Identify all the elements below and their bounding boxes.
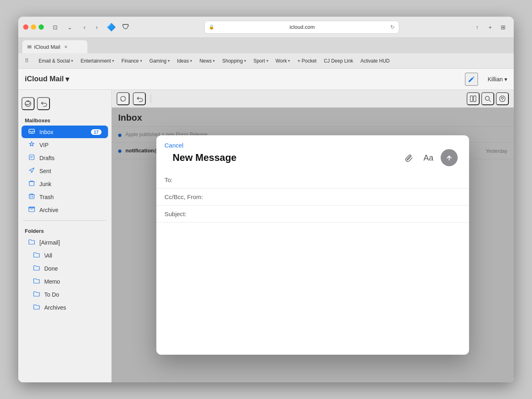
forward-button[interactable]: › bbox=[91, 22, 102, 33]
airmail-label: [Airmail] bbox=[39, 239, 102, 246]
junk-label: Junk bbox=[39, 181, 102, 187]
cc-bcc-field: Cc/Bcc, From: bbox=[156, 189, 469, 206]
sidebar-item-sent[interactable]: Sent bbox=[22, 165, 108, 177]
bookmark-sport[interactable]: Sport ▾ bbox=[250, 56, 272, 65]
all-label: \All bbox=[44, 252, 102, 259]
sidebar-toggle-button[interactable]: ⊡ bbox=[50, 22, 61, 33]
chevron-down-icon: ▾ bbox=[244, 59, 246, 63]
sidebar-item-junk[interactable]: Junk bbox=[22, 178, 108, 190]
bookmark-news[interactable]: News ▾ bbox=[196, 56, 218, 65]
bookmark-pocket[interactable]: + Pocket bbox=[294, 56, 320, 65]
active-tab[interactable]: ✉ iCloud Mail ✕ bbox=[22, 40, 87, 53]
inbox-icon bbox=[28, 128, 35, 136]
sidebar-item-memo[interactable]: Memo bbox=[22, 275, 108, 288]
undo-icon-button[interactable] bbox=[37, 97, 50, 110]
cc-input[interactable] bbox=[206, 193, 461, 200]
sidebar-item-archives[interactable]: Archives bbox=[22, 301, 108, 314]
share-button[interactable]: ↑ bbox=[471, 22, 483, 33]
extension-icon-1[interactable]: 🔷 bbox=[106, 22, 117, 33]
traffic-lights bbox=[23, 24, 44, 30]
to-field: To: bbox=[156, 171, 469, 189]
tab-favicon: ✉ bbox=[27, 44, 32, 50]
bookmark-work[interactable]: Work ▾ bbox=[272, 56, 294, 65]
send-button[interactable] bbox=[441, 149, 458, 166]
fullscreen-button[interactable] bbox=[39, 24, 44, 30]
toolbar-separator bbox=[151, 95, 151, 103]
subject-input[interactable] bbox=[200, 210, 461, 217]
folder-icon bbox=[33, 278, 40, 285]
sidebar-item-inbox[interactable]: Inbox 17 bbox=[22, 126, 108, 138]
minimize-button[interactable] bbox=[31, 24, 36, 30]
layout-button[interactable] bbox=[467, 92, 480, 105]
svg-rect-6 bbox=[470, 96, 473, 102]
reload-button[interactable]: ↻ bbox=[390, 24, 395, 30]
drafts-label: Drafts bbox=[39, 155, 102, 161]
refresh-button[interactable] bbox=[117, 92, 130, 105]
todo-label: To Do bbox=[44, 291, 102, 298]
junk-icon bbox=[28, 180, 35, 188]
filter-button[interactable] bbox=[496, 92, 509, 105]
bookmark-ideas[interactable]: Ideas ▾ bbox=[174, 56, 195, 65]
tab-close-button[interactable]: ✕ bbox=[63, 43, 69, 50]
sidebar-item-todo[interactable]: To Do bbox=[22, 288, 108, 301]
font-button[interactable]: Aa bbox=[421, 150, 436, 165]
search-button[interactable] bbox=[481, 92, 494, 105]
compose-modal: Cancel New Message Aa bbox=[156, 135, 469, 355]
chevron-down-icon: ▾ bbox=[213, 59, 215, 63]
sidebar-item-archive[interactable]: Archive bbox=[22, 204, 108, 216]
cc-bcc-label: Cc/Bcc, From: bbox=[164, 193, 203, 200]
compose-button[interactable] bbox=[465, 73, 478, 86]
sidebar-item-vip[interactable]: VIP bbox=[22, 139, 108, 151]
extension-icon-2[interactable]: 🛡 bbox=[120, 22, 132, 33]
bookmarks-grid-icon: ⠿ bbox=[22, 56, 31, 65]
bookmark-activate-hud[interactable]: Activate HUD bbox=[357, 56, 393, 65]
sidebar: Mailboxes Inbox 17 VIP bbox=[18, 90, 112, 382]
chevron-down-icon: ▾ bbox=[266, 59, 268, 63]
font-label: Aa bbox=[424, 153, 433, 163]
sidebar-item-drafts[interactable]: Drafts bbox=[22, 152, 108, 164]
sidebar-item-airmail[interactable]: [Airmail] bbox=[22, 236, 108, 249]
bookmark-shopping[interactable]: Shopping ▾ bbox=[219, 56, 249, 65]
grid-button[interactable]: ⊞ bbox=[497, 22, 509, 33]
new-tab-button[interactable]: + bbox=[484, 22, 496, 33]
refresh-icon-button[interactable] bbox=[22, 97, 35, 110]
sidebar-item-trash[interactable]: Trash bbox=[22, 191, 108, 203]
bookmark-gaming[interactable]: Gaming ▾ bbox=[146, 56, 173, 65]
modal-overlay: Cancel New Message Aa bbox=[112, 108, 514, 382]
compose-body-textarea[interactable] bbox=[164, 229, 461, 243]
compose-actions: Aa bbox=[402, 149, 461, 166]
user-menu-button[interactable]: Killian ▾ bbox=[488, 76, 507, 82]
archives-label: Archives bbox=[44, 304, 102, 311]
chevron-down-icon: ▾ bbox=[140, 59, 142, 63]
url-text: icloud.com bbox=[217, 24, 388, 30]
archive-icon bbox=[28, 206, 35, 214]
mail-title[interactable]: iCloud Mail ▾ bbox=[25, 75, 69, 84]
close-button[interactable] bbox=[23, 24, 28, 30]
svg-rect-7 bbox=[474, 96, 476, 102]
sidebar-item-done[interactable]: Done bbox=[22, 262, 108, 275]
bookmark-cj-deep-link[interactable]: CJ Deep Link bbox=[320, 56, 356, 65]
attach-button[interactable] bbox=[402, 150, 416, 165]
mailboxes-section-title: Mailboxes bbox=[18, 114, 111, 125]
chevron-down-icon: ▾ bbox=[65, 75, 69, 84]
bookmark-finance[interactable]: Finance ▾ bbox=[118, 56, 145, 65]
undo-button[interactable] bbox=[133, 92, 146, 105]
email-list: Inbox Apple published a new Press Releas… bbox=[112, 108, 514, 382]
svg-rect-1 bbox=[29, 155, 34, 160]
address-bar[interactable]: 🔒 icloud.com ↻ bbox=[204, 21, 399, 34]
memo-label: Memo bbox=[44, 278, 102, 285]
back-button[interactable]: ‹ bbox=[79, 22, 90, 33]
svg-rect-3 bbox=[29, 195, 34, 199]
to-label: To: bbox=[164, 176, 197, 183]
bookmark-entertainment[interactable]: Entertainment ▾ bbox=[77, 56, 117, 65]
bookmark-email-social[interactable]: Email & Social ▾ bbox=[35, 56, 76, 65]
star-icon bbox=[28, 141, 35, 149]
folder-icon bbox=[33, 265, 40, 272]
archive-label: Archive bbox=[39, 207, 102, 213]
sidebar-item-all[interactable]: \All bbox=[22, 249, 108, 262]
sidebar-divider bbox=[23, 220, 106, 221]
to-input[interactable] bbox=[200, 176, 461, 183]
cancel-button[interactable]: Cancel bbox=[164, 142, 184, 149]
tab-label: iCloud Mail bbox=[34, 44, 60, 50]
sidebar-toggle-arrow-button[interactable]: ⌄ bbox=[64, 22, 76, 33]
